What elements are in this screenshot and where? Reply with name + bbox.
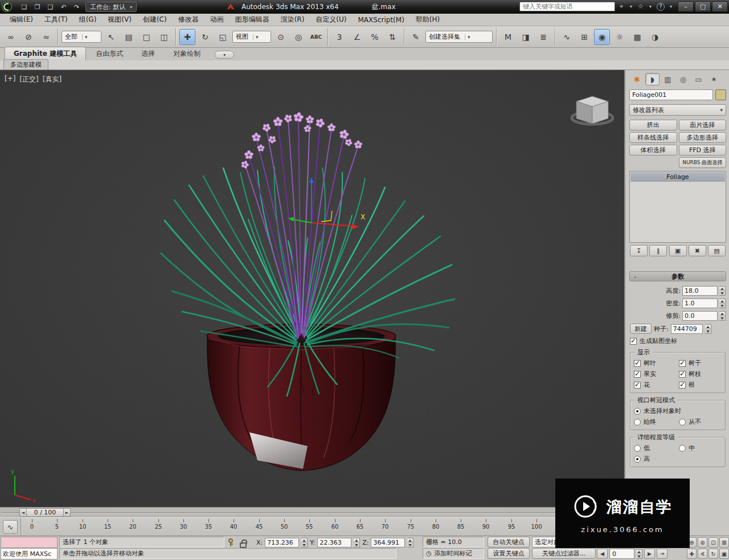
next-frame-arrow-icon[interactable]: ► <box>63 508 71 517</box>
z-coordinate-field[interactable]: 364.991 <box>371 538 405 547</box>
menu-customize[interactable]: 自定义(U) <box>310 14 351 26</box>
previous-frame-arrow-icon[interactable]: ◄ <box>19 508 27 517</box>
next-key-icon[interactable]: ▶ <box>644 549 655 559</box>
motion-tab-icon[interactable]: ◎ <box>676 73 690 85</box>
select-and-link-icon[interactable]: ∞ <box>3 29 19 45</box>
viewport-menu-shading[interactable]: [真实] <box>43 75 62 84</box>
tab-graphite-modeling-tools[interactable]: Graphite 建模工具 <box>5 47 86 60</box>
hierarchy-tab-icon[interactable]: ▥ <box>661 73 675 85</box>
unlink-selection-icon[interactable]: ⊘ <box>21 29 36 45</box>
modifier-stack[interactable]: Foliage <box>629 171 726 243</box>
menu-tools[interactable]: 工具(T) <box>39 14 73 26</box>
current-frame-field[interactable]: 0 <box>609 549 634 559</box>
canopy-never-radio[interactable] <box>679 419 686 426</box>
select-and-move-icon[interactable]: ✚ <box>179 29 195 45</box>
set-key-button[interactable]: 设置关键点 <box>488 548 530 559</box>
ffd-select-button[interactable]: FFD 选择 <box>679 145 727 156</box>
detail-medium-radio[interactable] <box>679 445 686 452</box>
configure-modifier-sets-icon[interactable]: ▤ <box>708 245 726 256</box>
undo-icon[interactable]: ↶ <box>58 2 69 12</box>
seed-field[interactable]: 744709 <box>671 324 703 334</box>
go-to-end-icon[interactable]: ⇥ <box>657 549 667 559</box>
detail-low-radio[interactable] <box>634 445 641 452</box>
height-field[interactable]: 18.0 <box>682 286 718 296</box>
spinner-snap-toggle-icon[interactable]: ⇅ <box>384 29 400 45</box>
nurbs-surface-select-button[interactable]: NURBS 曲面选择 <box>679 157 727 168</box>
mini-curve-editor-button[interactable]: ∿ <box>3 520 18 534</box>
bind-to-space-warp-icon[interactable]: ≈ <box>38 29 54 45</box>
track-bar-ruler[interactable]: 0 5 10 15 20 25 30 35 40 45 50 55 60 65 … <box>21 518 625 536</box>
tab-freeform[interactable]: 自由形式 <box>87 47 132 60</box>
menu-graph-editors[interactable]: 图形编辑器 <box>230 14 275 26</box>
new-file-icon[interactable]: ❏ <box>18 2 30 12</box>
curve-editor-icon[interactable]: ∿ <box>559 29 575 45</box>
pruning-field[interactable]: 0.0 <box>682 311 718 321</box>
rendered-frame-window-icon[interactable]: ▦ <box>629 29 645 45</box>
keyboard-shortcut-override-icon[interactable]: ABC <box>308 29 324 45</box>
help-arrow-icon[interactable]: ▾ <box>667 4 674 9</box>
render-production-icon[interactable]: ◑ <box>647 29 663 45</box>
favorites-arrow-icon[interactable]: ▾ <box>647 4 654 9</box>
make-unique-icon[interactable]: ▣ <box>669 245 687 256</box>
search-options-arrow-icon[interactable]: ▾ <box>628 4 634 9</box>
time-slider-frame-label[interactable]: 0 / 100 <box>27 508 63 517</box>
workspace-dropdown[interactable]: 工作台: 默认 <box>85 2 137 12</box>
branches-checkbox[interactable] <box>679 371 686 378</box>
menu-edit[interactable]: 编辑(E) <box>5 14 38 26</box>
isolate-selection-icon[interactable] <box>227 538 235 549</box>
volume-select-button[interactable]: 体积选择 <box>629 145 677 156</box>
angle-snap-toggle-icon[interactable]: ∠ <box>349 29 365 45</box>
layer-manager-icon[interactable]: ≣ <box>535 29 551 45</box>
new-seed-button[interactable]: 新建 <box>630 324 652 334</box>
search-input[interactable] <box>519 2 615 11</box>
close-button[interactable]: ✕ <box>712 1 728 12</box>
tab-object-paint[interactable]: 对象绘制 <box>165 47 209 60</box>
snaps-toggle-icon[interactable]: 3 <box>331 29 347 45</box>
search-binoculars-icon[interactable]: ⌖ <box>618 3 625 10</box>
create-tab-icon[interactable]: ✱ <box>630 73 644 85</box>
select-by-name-icon[interactable]: ▤ <box>121 29 137 45</box>
leaves-checkbox[interactable] <box>634 360 641 367</box>
schematic-view-icon[interactable]: ⊞ <box>576 29 592 45</box>
menu-group[interactable]: 组(G) <box>74 14 102 26</box>
height-spinner[interactable] <box>719 286 726 296</box>
object-name-field[interactable]: Foliage001 <box>629 89 713 100</box>
time-slider[interactable]: ◄ 0 / 100 ► <box>0 507 625 517</box>
trunk-checkbox[interactable] <box>679 360 686 367</box>
3dsmax-logo-icon[interactable] <box>0 0 17 14</box>
time-slider-handle[interactable]: ◄ 0 / 100 ► <box>19 508 71 517</box>
rectangular-selection-region-icon[interactable]: □ <box>138 29 154 45</box>
pruning-spinner[interactable] <box>719 311 726 321</box>
favorites-star-icon[interactable]: ☆ <box>637 3 644 10</box>
align-icon[interactable]: ◨ <box>518 29 534 45</box>
tab-polygon-modeling[interactable]: 多边形建模 <box>3 59 48 70</box>
parameters-rollout-header[interactable]: 参数 <box>629 271 726 281</box>
minimize-button[interactable]: – <box>678 1 694 12</box>
menu-rendering[interactable]: 渲染(R) <box>276 14 310 26</box>
extrude-button[interactable]: 挤出 <box>629 120 677 130</box>
modifier-list-dropdown[interactable]: 修改器列表 <box>629 104 726 116</box>
x-spinner[interactable] <box>301 538 308 547</box>
maximize-button[interactable]: ▢ <box>695 1 711 12</box>
poly-select-button[interactable]: 多边形选择 <box>679 132 727 143</box>
seed-spinner[interactable] <box>705 324 711 334</box>
fruit-checkbox[interactable] <box>634 371 641 378</box>
stack-item-foliage[interactable]: Foliage <box>630 172 725 182</box>
canopy-when-not-selected-radio[interactable] <box>634 408 641 415</box>
reference-coordinate-dropdown[interactable]: 视图 <box>232 31 271 43</box>
mirror-icon[interactable]: M <box>500 29 516 45</box>
viewport[interactable]: [+] [正交] [真实] <box>0 70 625 507</box>
key-filters-button[interactable]: 关键点过滤器... <box>532 548 596 559</box>
open-file-icon[interactable]: ❐ <box>31 2 43 12</box>
generate-mapping-coords-checkbox[interactable] <box>630 338 637 345</box>
material-editor-icon[interactable]: ◉ <box>594 29 610 45</box>
remove-modifier-icon[interactable]: ✖ <box>689 245 706 256</box>
use-pivot-point-center-icon[interactable]: ⊙ <box>273 29 289 45</box>
density-field[interactable]: 1.0 <box>682 299 718 308</box>
menu-views[interactable]: 视图(V) <box>103 14 137 26</box>
orbit-icon[interactable]: ↻ <box>708 549 718 559</box>
flowers-checkbox[interactable] <box>634 382 641 389</box>
y-coordinate-field[interactable]: 22.363 <box>317 538 351 547</box>
render-setup-icon[interactable]: ☼ <box>612 29 628 45</box>
modify-tab-icon[interactable]: ◗ <box>645 73 660 85</box>
